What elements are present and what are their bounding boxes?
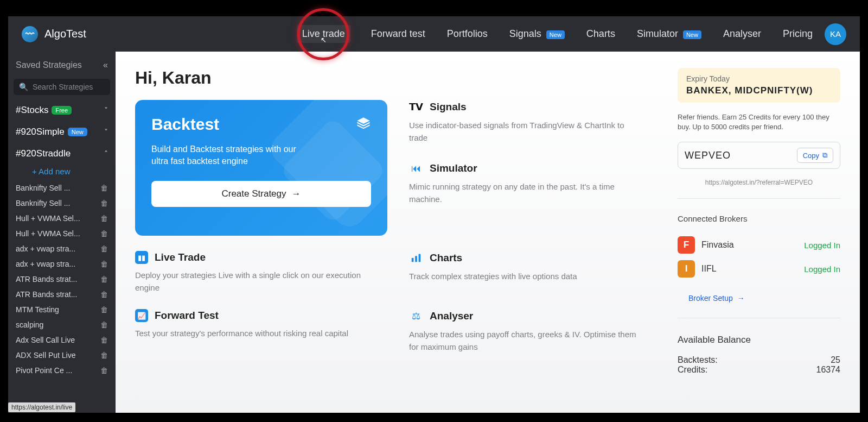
feature-livetrade[interactable]: ▮▮ Live Trade Deploy your strategies Liv… xyxy=(135,251,387,294)
broker-status: Logged In xyxy=(804,264,840,274)
strategy-item[interactable]: Adx Sell Call Live🗑 xyxy=(8,332,116,348)
broker-name: Finvasia xyxy=(701,240,797,250)
strategy-item[interactable]: ATR Bands strat...🗑 xyxy=(8,272,116,287)
strategy-label: Banknifty Sell ... xyxy=(16,199,70,207)
search-input[interactable]: 🔍 Search Strategies xyxy=(14,79,110,95)
strategy-item[interactable]: scalping🗑 xyxy=(8,317,116,332)
chevron-down-icon: ˅ xyxy=(104,106,108,115)
expiry-symbols: BANKEX, MIDCPNIFTY(W) xyxy=(686,85,832,96)
strategy-label: Hull + VWMA Sel... xyxy=(16,229,80,238)
trash-icon[interactable]: 🗑 xyxy=(100,260,108,268)
feature-forwardtest[interactable]: 📈 Forward Test Test your strategy's perf… xyxy=(135,309,387,353)
trash-icon[interactable]: 🗑 xyxy=(100,184,108,192)
brand-logo[interactable]: 〰 AlgoTest xyxy=(22,26,86,42)
strategy-label: ATR Bands strat... xyxy=(16,290,77,299)
nav-forward-test[interactable]: Forward test xyxy=(370,25,426,43)
trash-icon[interactable]: 🗑 xyxy=(100,305,108,314)
expiry-label: Expiry Today xyxy=(686,74,832,83)
signals-icon: 𝗧𝗩 xyxy=(409,100,423,114)
balance-title: Available Balance xyxy=(678,335,840,345)
strategy-label: adx + vwap stra... xyxy=(16,260,75,268)
brand-name: AlgoTest xyxy=(44,28,86,40)
nav-signals[interactable]: Signals New xyxy=(508,25,566,43)
signals-title: Signals xyxy=(430,101,467,113)
svg-rect-1 xyxy=(415,256,417,262)
svg-rect-0 xyxy=(412,258,414,262)
backtest-card[interactable]: Backtest Build and Backtest strategies w… xyxy=(135,100,387,236)
arrow-right-icon: → xyxy=(737,294,745,303)
strategy-item[interactable]: Banknifty Sell ...🗑 xyxy=(8,196,116,211)
add-new-link[interactable]: + Add new xyxy=(8,165,116,180)
trash-icon[interactable]: 🗑 xyxy=(100,214,108,223)
nav-simulator[interactable]: Simulator New xyxy=(636,25,703,43)
trash-icon[interactable]: 🗑 xyxy=(100,229,108,238)
nav-charts[interactable]: Charts xyxy=(585,25,616,43)
strategy-label: MTM Testing xyxy=(16,305,59,314)
feature-charts[interactable]: Charts Track complex strategies with liv… xyxy=(409,251,661,294)
trash-icon[interactable]: 🗑 xyxy=(100,351,108,360)
search-icon: 🔍 xyxy=(19,83,28,91)
copy-button[interactable]: Copy ⧉ xyxy=(797,148,833,163)
collapse-icon[interactable]: « xyxy=(103,60,108,70)
analyser-icon: ⚖ xyxy=(409,309,423,323)
category-label: #StocksFree xyxy=(16,105,72,116)
strategy-item[interactable]: ADX Sell Put Live🗑 xyxy=(8,348,116,363)
simulator-icon: ⏮ xyxy=(409,161,423,175)
category-label: #920SimpleNew xyxy=(16,127,87,137)
trash-icon[interactable]: 🗑 xyxy=(100,244,108,253)
charts-icon xyxy=(409,251,423,265)
strategy-item[interactable]: Banknifty Sell ...🗑 xyxy=(8,180,116,196)
referral-url: https://algotest.in/?referral=WEPVEO xyxy=(678,179,840,186)
strategy-label: Hull + VWMA Sel... xyxy=(16,214,80,223)
balance-value: 16374 xyxy=(816,365,841,375)
category-label: #920Straddle xyxy=(16,148,71,159)
trash-icon[interactable]: 🗑 xyxy=(100,366,108,375)
referral-code: WEPVEO xyxy=(685,150,731,161)
strategy-item[interactable]: Hull + VWMA Sel...🗑 xyxy=(8,211,116,226)
category-pill: Free xyxy=(52,106,72,115)
category-920simple[interactable]: #920SimpleNew˅ xyxy=(8,121,116,143)
strategy-label: Pivot Point Ce ... xyxy=(16,366,72,375)
trash-icon[interactable]: 🗑 xyxy=(100,275,108,284)
category-pill: New xyxy=(68,128,87,136)
strategy-item[interactable]: Hull + VWMA Sel...🗑 xyxy=(8,226,116,241)
expiry-banner: Expiry Today BANKEX, MIDCPNIFTY(W) xyxy=(678,68,840,103)
broker-row[interactable]: FFinvasiaLogged In xyxy=(678,233,840,257)
balance-row: Backtests:25 xyxy=(678,355,840,365)
strategy-label: Banknifty Sell ... xyxy=(16,184,70,192)
nav-live-trade[interactable]: Live trade↖ xyxy=(297,25,350,43)
feature-simulator[interactable]: ⏮ Simulator Mimic running strategy on an… xyxy=(409,161,661,205)
strategy-item[interactable]: MTM Testing🗑 xyxy=(8,302,116,317)
broker-status: Logged In xyxy=(804,241,840,250)
referral-code-box: WEPVEO Copy ⧉ xyxy=(678,142,840,169)
broker-row[interactable]: IIIFLLogged In xyxy=(678,257,840,281)
feature-signals[interactable]: 𝗧𝗩 Signals Use indicator-based signals f… xyxy=(409,100,661,144)
copy-icon: ⧉ xyxy=(822,151,827,160)
category-920straddle[interactable]: #920Straddle˄ xyxy=(8,143,116,165)
broker-setup-link[interactable]: Broker Setup → xyxy=(678,291,840,306)
trash-icon[interactable]: 🗑 xyxy=(100,290,108,299)
user-avatar[interactable]: KA xyxy=(825,23,846,45)
signals-desc: Use indicator-based signals from Trading… xyxy=(409,119,637,144)
nav-pricing[interactable]: Pricing xyxy=(782,25,814,43)
category-stocks[interactable]: #StocksFree˅ xyxy=(8,99,116,121)
feature-analyser[interactable]: ⚖ Analyser Analyse trades using payoff c… xyxy=(409,309,661,353)
sidebar: Saved Strategies « 🔍 Search Strategies #… xyxy=(8,52,116,413)
forwardtest-desc: Test your strategy's performance without… xyxy=(135,327,363,340)
copy-label: Copy xyxy=(803,152,819,160)
cursor-icon: ↖ xyxy=(321,36,327,44)
badge-new: New xyxy=(683,30,701,39)
trash-icon[interactable]: 🗑 xyxy=(100,336,108,344)
nav-portfolios[interactable]: Portfolios xyxy=(446,25,489,43)
strategy-item[interactable]: adx + vwap stra...🗑 xyxy=(8,241,116,256)
livetrade-title: Live Trade xyxy=(155,251,206,263)
strategy-item[interactable]: ATR Bands strat...🗑 xyxy=(8,287,116,302)
search-placeholder: Search Strategies xyxy=(33,83,93,91)
broker-icon: I xyxy=(678,260,695,278)
strategy-label: ADX Sell Put Live xyxy=(16,351,76,360)
trash-icon[interactable]: 🗑 xyxy=(100,320,108,329)
strategy-item[interactable]: adx + vwap stra...🗑 xyxy=(8,256,116,272)
nav-analyser[interactable]: Analyser xyxy=(722,25,762,43)
trash-icon[interactable]: 🗑 xyxy=(100,199,108,207)
strategy-item[interactable]: Pivot Point Ce ...🗑 xyxy=(8,363,116,378)
